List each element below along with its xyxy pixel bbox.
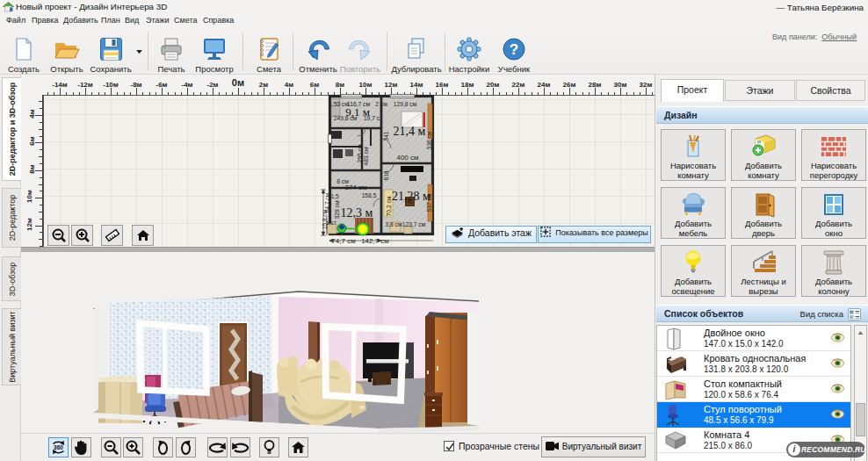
svg-text:21,4 м: 21,4 м (394, 125, 426, 138)
svg-text:12,3 м: 12,3 м (341, 206, 373, 220)
svg-text:74,7 см: 74,7 см (331, 237, 355, 245)
svg-text:129,8 см: 129,8 см (394, 101, 417, 107)
svg-text:483 см: 483 см (363, 147, 369, 165)
svg-text:341: 341 (383, 131, 389, 140)
svg-text:329 см: 329 см (334, 200, 340, 219)
svg-text:1,5: 1,5 (330, 193, 338, 199)
svg-text:400 см: 400 см (396, 154, 418, 162)
svg-text:123,7 см: 123,7 см (402, 221, 426, 227)
svg-text:21,28 м: 21,28 м (392, 190, 430, 203)
svg-text:9,1 м: 9,1 м (345, 105, 370, 119)
svg-text:1,17: 1,17 (326, 220, 336, 226)
svg-text:2 см: 2 см (375, 101, 387, 107)
svg-text:70,2 см: 70,2 см (386, 196, 392, 216)
svg-text:295 см: 295 см (357, 144, 363, 162)
svg-text:142,7 см: 142,7 см (361, 237, 389, 245)
svg-text:64,7 см: 64,7 см (324, 192, 330, 212)
svg-text:158,5: 158,5 (362, 192, 377, 198)
svg-text:374 см: 374 см (344, 184, 366, 191)
svg-text:536 см: 536 см (426, 131, 432, 149)
svg-text:?: ? (510, 41, 518, 58)
svg-text:360: 360 (54, 444, 63, 450)
svg-text:3,8 см: 3,8 см (385, 221, 401, 227)
svg-text:618: 618 (383, 170, 389, 180)
